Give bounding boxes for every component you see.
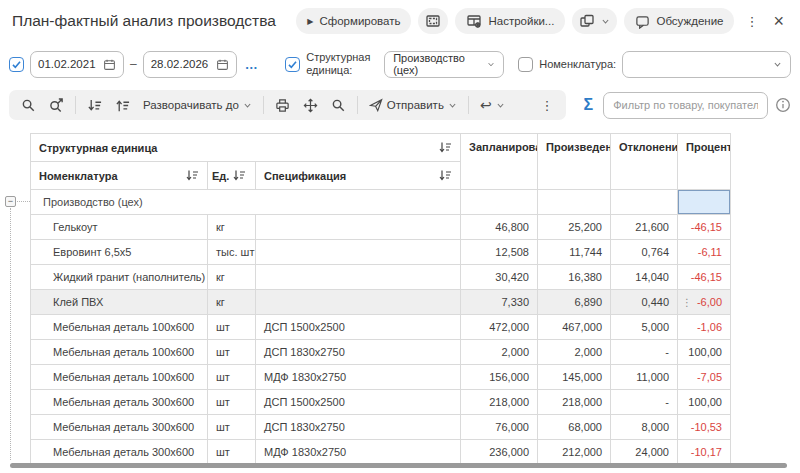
- cell-deviation[interactable]: -: [611, 390, 678, 415]
- table-row[interactable]: Мебельная деталь 300х600 шт ДСП 1830х275…: [31, 415, 731, 440]
- cell-nomenclature[interactable]: Евровинт 6,5х5: [31, 240, 208, 265]
- cell-percent[interactable]: ⋮ -10,53: [678, 415, 731, 440]
- print-button[interactable]: [273, 98, 292, 113]
- cell-produced[interactable]: 6,890: [538, 290, 611, 315]
- table-row[interactable]: Жидкий гранит (наполнитель) кг 30,420 16…: [31, 265, 731, 290]
- cell-deviation[interactable]: 21,600: [611, 215, 678, 240]
- cell-planned[interactable]: 236,000: [461, 440, 538, 465]
- cell-unit[interactable]: кг: [208, 290, 256, 315]
- sort-icon[interactable]: [439, 141, 452, 154]
- collapse-levels-button[interactable]: [113, 98, 132, 113]
- cell-nomenclature[interactable]: Мебельная деталь 300х600: [31, 440, 208, 465]
- cell-unit[interactable]: шт: [208, 315, 256, 340]
- cell-nomenclature[interactable]: Мебельная деталь 100х600: [31, 365, 208, 390]
- col-nomenclature[interactable]: Номенклатура: [31, 162, 208, 190]
- cell-unit[interactable]: шт: [208, 340, 256, 365]
- cell-planned[interactable]: 30,420: [461, 265, 538, 290]
- cell-unit[interactable]: кг: [208, 265, 256, 290]
- close-button[interactable]: ×: [769, 12, 788, 30]
- cell-planned[interactable]: 12,508: [461, 240, 538, 265]
- table-row[interactable]: Мебельная деталь 100х600 шт ДСП 1830х275…: [31, 340, 731, 365]
- expand-levels-button[interactable]: [85, 98, 104, 113]
- period-from-field[interactable]: [30, 51, 124, 78]
- toolbar-more-button[interactable]: ⋮: [539, 98, 556, 113]
- group-row[interactable]: Производство (цех): [31, 190, 731, 215]
- cell-percent[interactable]: ⋮ -10,17: [678, 440, 731, 465]
- cell-nomenclature[interactable]: Клей ПВХ: [31, 290, 208, 315]
- cell-percent[interactable]: ⋮ -1,06: [678, 315, 731, 340]
- cell-specification[interactable]: ДСП 1500х2500: [256, 390, 461, 415]
- period-checkbox[interactable]: [9, 57, 24, 72]
- cell-nomenclature[interactable]: Жидкий гранит (наполнитель): [31, 265, 208, 290]
- selected-cell[interactable]: [678, 190, 731, 215]
- col-percent[interactable]: Процент: [678, 134, 731, 190]
- period-to-field[interactable]: [143, 51, 237, 78]
- cell-nomenclature[interactable]: Гелькоут: [31, 215, 208, 240]
- cell-produced[interactable]: 16,380: [538, 265, 611, 290]
- discussion-button[interactable]: Обсуждение: [624, 8, 734, 34]
- cell-deviation[interactable]: 24,000: [611, 440, 678, 465]
- calendar-icon[interactable]: [216, 58, 229, 71]
- nomenclature-checkbox[interactable]: [518, 57, 533, 72]
- cell-percent[interactable]: ⋮ 100,00: [678, 340, 731, 365]
- search-button[interactable]: [19, 98, 38, 113]
- cell-deviation[interactable]: 0,440: [611, 290, 678, 315]
- cell-produced[interactable]: 212,000: [538, 440, 611, 465]
- cell-deviation[interactable]: 5,000: [611, 315, 678, 340]
- sort-icon[interactable]: [439, 169, 452, 182]
- cell-unit[interactable]: кг: [208, 215, 256, 240]
- cell-percent[interactable]: ⋮ -46,15: [678, 265, 731, 290]
- cell-percent[interactable]: ⋮ -6,00: [678, 290, 731, 315]
- zoom-button[interactable]: [329, 98, 348, 113]
- quick-filter-input[interactable]: [603, 92, 768, 119]
- pan-button[interactable]: [301, 98, 320, 113]
- table-row[interactable]: Мебельная деталь 100х600 шт ДСП 1500х250…: [31, 315, 731, 340]
- table-row[interactable]: Мебельная деталь 300х600 шт ДСП 1500х250…: [31, 390, 731, 415]
- cell-nomenclature[interactable]: Мебельная деталь 300х600: [31, 415, 208, 440]
- table-row[interactable]: Мебельная деталь 300х600 шт МДФ 1830х275…: [31, 440, 731, 465]
- cell-produced[interactable]: 11,744: [538, 240, 611, 265]
- structural-unit-select[interactable]: Производство (цех): [384, 51, 504, 78]
- sort-icon[interactable]: [186, 169, 199, 182]
- table-row[interactable]: Евровинт 6,5х5 тыс. шт 12,508 11,744 0,7…: [31, 240, 731, 265]
- cell-planned[interactable]: 2,000: [461, 340, 538, 365]
- nomenclature-select[interactable]: [622, 51, 791, 78]
- table-row[interactable]: Клей ПВХ кг 7,330 6,890 0,440 ⋮ -6,00: [31, 290, 731, 315]
- cell-planned[interactable]: 46,800: [461, 215, 538, 240]
- cell-planned[interactable]: [461, 190, 538, 215]
- cell-planned[interactable]: 76,000: [461, 415, 538, 440]
- table-row[interactable]: Гелькоут кг 46,800 25,200 21,600 ⋮ -46,1…: [31, 215, 731, 240]
- cell-produced[interactable]: 218,000: [538, 390, 611, 415]
- cell-unit[interactable]: шт: [208, 390, 256, 415]
- cell-produced[interactable]: 467,000: [538, 315, 611, 340]
- cell-group-name[interactable]: Производство (цех): [31, 190, 461, 215]
- collapse-group-toggle[interactable]: −: [5, 196, 16, 207]
- cell-specification[interactable]: [256, 215, 461, 240]
- cell-produced[interactable]: [538, 190, 611, 215]
- cell-specification[interactable]: МДФ 1830х2750: [256, 440, 461, 465]
- cell-deviation[interactable]: 8,000: [611, 415, 678, 440]
- cell-nomenclature[interactable]: Мебельная деталь 300х600: [31, 390, 208, 415]
- cell-produced[interactable]: 2,000: [538, 340, 611, 365]
- cell-specification[interactable]: [256, 290, 461, 315]
- cell-planned[interactable]: 156,000: [461, 365, 538, 390]
- cell-planned[interactable]: 7,330: [461, 290, 538, 315]
- report-variants-button[interactable]: [572, 8, 617, 34]
- settings-button[interactable]: Настройки...: [455, 8, 565, 34]
- cell-percent[interactable]: ⋮ -7,05: [678, 365, 731, 390]
- period-more-button[interactable]: …: [245, 57, 260, 72]
- info-button[interactable]: [775, 97, 791, 113]
- cell-percent[interactable]: ⋮ -6,11: [678, 240, 731, 265]
- calendar-icon[interactable]: [103, 58, 116, 71]
- col-unit[interactable]: Ед.: [208, 162, 256, 190]
- col-structural-unit[interactable]: Структурная единица: [31, 134, 461, 162]
- generate-button[interactable]: ▶ Сформировать: [296, 8, 411, 34]
- cell-specification[interactable]: ДСП 1500х2500: [256, 315, 461, 340]
- cell-specification[interactable]: МДФ 1830х2750: [256, 365, 461, 390]
- col-planned[interactable]: Запланировано: [461, 134, 538, 190]
- cell-menu-dots-icon[interactable]: ⋮: [682, 297, 692, 308]
- period-from-input[interactable]: [38, 58, 98, 70]
- cell-specification[interactable]: ДСП 1830х2750: [256, 415, 461, 440]
- cell-unit[interactable]: шт: [208, 415, 256, 440]
- cell-planned[interactable]: 218,000: [461, 390, 538, 415]
